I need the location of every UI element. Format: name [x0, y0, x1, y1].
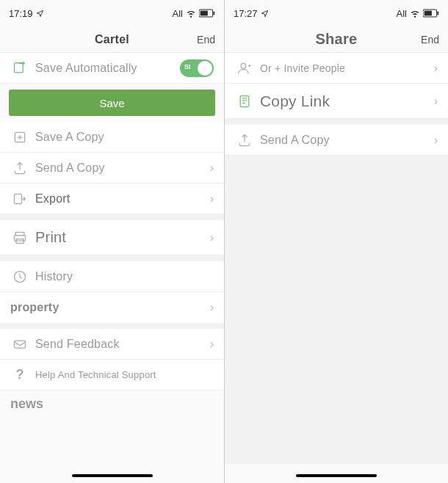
save-copy-icon	[10, 130, 29, 145]
chevron-right-icon: ›	[210, 301, 214, 314]
print-icon	[10, 230, 29, 245]
svg-point-14	[241, 63, 246, 68]
status-bar: 17:19 All	[0, 0, 224, 26]
nav-title: Share	[315, 31, 357, 48]
feedback-icon	[10, 337, 29, 352]
property-label: property	[10, 301, 210, 314]
location-icon	[36, 10, 44, 18]
auto-save-label: Save Automatically	[35, 62, 180, 75]
battery-icon	[423, 9, 439, 18]
help-label: Help And Technical Support	[35, 369, 214, 380]
svg-rect-13	[437, 11, 438, 15]
chevron-right-icon: ›	[434, 62, 438, 75]
left-screen: 17:19 All Cartel End Save Automatically …	[0, 0, 224, 483]
print-row[interactable]: Print ›	[0, 220, 224, 255]
carrier-label: All	[397, 8, 407, 19]
copy-link-row[interactable]: Copy Link ›	[225, 84, 448, 119]
print-label: Print	[35, 229, 210, 246]
right-screen: 17:27 All Share End Or + Invite People ›…	[224, 0, 448, 483]
news-label: news	[0, 391, 224, 418]
nav-bar: Cartel End	[0, 26, 224, 53]
auto-save-toggle[interactable]	[180, 59, 214, 77]
home-indicator[interactable]	[296, 474, 377, 477]
invite-people-row[interactable]: Or + Invite People ›	[225, 53, 448, 84]
chevron-right-icon: ›	[210, 192, 214, 206]
chevron-right-icon: ›	[434, 95, 438, 108]
svg-rect-15	[240, 95, 249, 106]
status-time: 17:19	[9, 8, 33, 19]
svg-rect-5	[15, 194, 22, 203]
help-row[interactable]: ? Help And Technical Support	[0, 360, 224, 391]
wifi-icon	[186, 8, 196, 18]
svg-rect-1	[200, 11, 208, 16]
feedback-label: Send Feedback	[35, 338, 210, 351]
end-button[interactable]: End	[197, 34, 215, 46]
save-button[interactable]: Save	[9, 90, 215, 116]
svg-rect-6	[15, 232, 24, 235]
wifi-icon	[410, 8, 420, 18]
send-copy-label: Send A Copy	[260, 134, 434, 147]
nav-title: Cartel	[95, 33, 129, 46]
help-icon: ?	[10, 367, 29, 382]
auto-save-row[interactable]: Save Automatically	[0, 53, 224, 84]
property-row[interactable]: property ›	[0, 292, 224, 323]
save-copy-row[interactable]: Save A Copy	[0, 122, 224, 153]
export-row[interactable]: Export ›	[0, 184, 224, 214]
history-icon	[10, 269, 29, 284]
status-time: 17:27	[234, 8, 258, 19]
status-bar: 17:27 All	[225, 0, 448, 26]
send-copy-icon	[10, 161, 29, 175]
send-copy-row-r[interactable]: Send A Copy ›	[225, 125, 448, 156]
chevron-right-icon: ›	[210, 161, 214, 175]
send-copy-row[interactable]: Send A Copy ›	[0, 153, 224, 184]
svg-rect-2	[213, 11, 214, 15]
feedback-row[interactable]: Send Feedback ›	[0, 329, 224, 360]
svg-rect-12	[424, 11, 432, 16]
copy-link-icon	[235, 94, 254, 109]
export-label: Export	[35, 192, 210, 206]
history-label: History	[35, 270, 214, 283]
nav-bar: Share End	[225, 26, 448, 53]
svg-rect-3	[15, 62, 24, 72]
chevron-right-icon: ›	[434, 134, 438, 147]
copy-link-label: Copy Link	[260, 92, 434, 110]
history-row[interactable]: History	[0, 261, 224, 292]
chevron-right-icon: ›	[210, 231, 214, 244]
invite-icon	[235, 61, 254, 76]
home-indicator[interactable]	[72, 474, 153, 477]
send-copy-label: Send A Copy	[35, 161, 210, 175]
chevron-right-icon: ›	[210, 338, 214, 351]
carrier-label: All	[173, 8, 183, 19]
auto-save-icon	[10, 61, 29, 76]
save-copy-label: Save A Copy	[35, 131, 214, 144]
export-icon	[10, 192, 29, 206]
invite-label: Or + Invite People	[260, 62, 434, 74]
location-icon	[261, 10, 269, 18]
svg-rect-10	[15, 341, 26, 348]
send-copy-icon	[235, 133, 254, 148]
end-button[interactable]: End	[421, 34, 439, 46]
battery-icon	[199, 9, 215, 18]
